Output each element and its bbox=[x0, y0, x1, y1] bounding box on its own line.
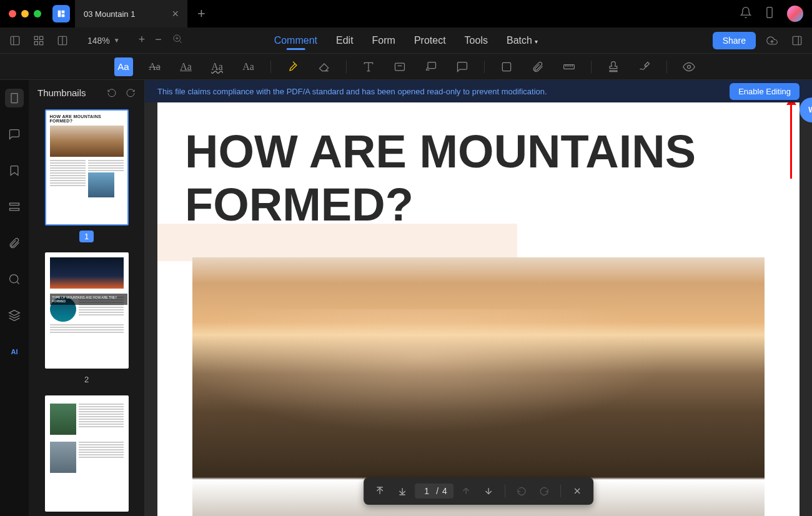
stamp-tool[interactable] bbox=[604, 57, 623, 76]
fit-screen-icon[interactable] bbox=[172, 33, 183, 47]
columns-icon[interactable] bbox=[54, 32, 71, 49]
svg-marker-33 bbox=[9, 310, 20, 315]
squiggly-tool[interactable]: Aa bbox=[208, 57, 227, 76]
caret-tool[interactable]: Aa bbox=[239, 57, 258, 76]
callout-tool[interactable] bbox=[422, 57, 440, 76]
ai-icon[interactable]: AI bbox=[5, 342, 24, 361]
grid-view-icon[interactable] bbox=[30, 32, 47, 49]
tab-title: 03 Mountain 1 bbox=[84, 9, 135, 19]
new-tab-button[interactable]: + bbox=[197, 6, 205, 22]
titlebar: 03 Mountain 1 × + bbox=[0, 0, 812, 27]
prev-page-button[interactable] bbox=[456, 481, 476, 501]
svg-rect-30 bbox=[10, 209, 19, 211]
page-nav-bar: / 4 bbox=[364, 477, 593, 505]
bell-icon[interactable] bbox=[740, 6, 752, 21]
pdfa-banner: This file claims compliance with the PDF… bbox=[145, 80, 812, 102]
window-minimize-icon[interactable] bbox=[21, 10, 29, 17]
first-page-button[interactable] bbox=[370, 481, 390, 501]
redo-button[interactable] bbox=[534, 481, 554, 501]
cloud-upload-icon[interactable] bbox=[763, 32, 781, 49]
shape-tool[interactable] bbox=[497, 57, 516, 76]
search-icon[interactable] bbox=[5, 270, 24, 289]
panel-right-icon[interactable] bbox=[788, 32, 806, 49]
svg-line-32 bbox=[17, 282, 19, 284]
document-tab[interactable]: 03 Mountain 1 × bbox=[75, 0, 187, 27]
comment-toolbar: Aa Aa Aa Aa Aa bbox=[0, 54, 812, 80]
zoom-level[interactable]: 148% ▼ bbox=[87, 36, 120, 46]
textbox-tool[interactable] bbox=[390, 57, 409, 76]
svg-rect-4 bbox=[34, 36, 37, 39]
window-close-icon[interactable] bbox=[9, 10, 16, 17]
tab-edit[interactable]: Edit bbox=[336, 35, 354, 46]
tab-form[interactable]: Form bbox=[372, 35, 395, 46]
menu-tabs: Comment Edit Form Protect Tools Batch ▾ bbox=[274, 35, 538, 46]
traffic-lights bbox=[9, 10, 41, 17]
underline-tool[interactable]: Aa bbox=[177, 57, 196, 76]
eraser-tool[interactable] bbox=[315, 57, 334, 76]
svg-rect-29 bbox=[10, 203, 19, 205]
download-button[interactable] bbox=[392, 481, 412, 501]
svg-rect-18 bbox=[395, 63, 404, 71]
svg-rect-28 bbox=[11, 94, 17, 103]
page-title: HOW ARE MOUNTAINS FORMED? bbox=[157, 102, 800, 244]
highlight-text-tool[interactable]: Aa bbox=[114, 57, 133, 76]
close-nav-button[interactable] bbox=[567, 481, 587, 501]
rotate-right-icon[interactable] bbox=[126, 88, 136, 98]
thumbnails-panel: Thumbnails HOW ARE MOUNTAINS FORMED? 1 T… bbox=[29, 80, 145, 516]
rotate-left-icon[interactable] bbox=[107, 88, 117, 98]
tab-comment[interactable]: Comment bbox=[274, 35, 317, 46]
chevron-down-icon: ▼ bbox=[114, 37, 120, 44]
page-indicator: / 4 bbox=[415, 484, 453, 499]
thumbnail-page-2[interactable]: TYPE OF MOUNTAINS AND HOW ARE THEY FORME… bbox=[29, 249, 144, 392]
app-logo-icon bbox=[52, 5, 70, 22]
attachment-tool[interactable] bbox=[528, 57, 547, 76]
note-tool[interactable] bbox=[453, 57, 472, 76]
measure-tool[interactable] bbox=[560, 57, 578, 76]
window-maximize-icon[interactable] bbox=[34, 10, 41, 17]
zoom-in-icon[interactable]: + bbox=[139, 33, 146, 47]
user-avatar[interactable] bbox=[787, 6, 803, 22]
thumbnails-title: Thumbnails bbox=[37, 87, 86, 98]
page-content: HOW ARE MOUNTAINS FORMED? bbox=[157, 102, 800, 516]
thumbnail-page-1[interactable]: HOW ARE MOUNTAINS FORMED? 1 bbox=[29, 106, 144, 249]
enable-editing-button[interactable]: Enable Editing bbox=[730, 83, 800, 100]
hide-comments-icon[interactable] bbox=[680, 57, 698, 76]
signature-tool[interactable] bbox=[635, 57, 654, 76]
svg-point-31 bbox=[10, 275, 18, 283]
svg-point-27 bbox=[687, 65, 690, 68]
tab-batch[interactable]: Batch ▾ bbox=[507, 35, 538, 46]
thumbnail-page-3[interactable] bbox=[29, 392, 144, 516]
scroll-indicator-arrow bbox=[790, 104, 792, 179]
main-area: AI Thumbnails HOW ARE MOUNTAINS FORMED? … bbox=[0, 80, 812, 516]
fields-icon[interactable] bbox=[5, 197, 24, 216]
share-button[interactable]: Share bbox=[713, 32, 756, 49]
svg-rect-20 bbox=[428, 62, 436, 68]
undo-button[interactable] bbox=[512, 481, 532, 501]
text-tool[interactable] bbox=[359, 57, 378, 76]
current-page-input[interactable] bbox=[421, 486, 432, 496]
strikethrough-tool[interactable]: Aa bbox=[146, 57, 164, 76]
svg-rect-14 bbox=[793, 36, 801, 45]
thumbnails-icon[interactable] bbox=[5, 89, 24, 107]
comments-panel-icon[interactable] bbox=[5, 125, 24, 144]
svg-rect-6 bbox=[34, 41, 37, 44]
main-toolbar: 148% ▼ + − Comment Edit Form Protect Too… bbox=[0, 27, 812, 54]
area-highlight-tool[interactable] bbox=[284, 57, 302, 76]
tab-protect[interactable]: Protect bbox=[414, 35, 446, 46]
svg-rect-22 bbox=[563, 64, 574, 69]
next-page-button[interactable] bbox=[478, 481, 498, 501]
document-view[interactable]: This file claims compliance with the PDF… bbox=[145, 80, 812, 516]
tab-close-icon[interactable]: × bbox=[172, 7, 179, 21]
left-rail: AI bbox=[0, 80, 29, 516]
layers-icon[interactable] bbox=[5, 306, 24, 325]
sidebar-toggle-icon[interactable] bbox=[6, 32, 24, 49]
svg-rect-2 bbox=[11, 36, 19, 45]
svg-rect-5 bbox=[40, 36, 43, 39]
device-icon[interactable] bbox=[763, 6, 776, 21]
zoom-out-icon[interactable]: − bbox=[155, 33, 162, 47]
attachments-icon[interactable] bbox=[5, 234, 24, 252]
svg-rect-7 bbox=[40, 41, 43, 44]
bookmarks-icon[interactable] bbox=[5, 161, 24, 180]
svg-rect-21 bbox=[502, 62, 510, 71]
tab-tools[interactable]: Tools bbox=[465, 35, 488, 46]
